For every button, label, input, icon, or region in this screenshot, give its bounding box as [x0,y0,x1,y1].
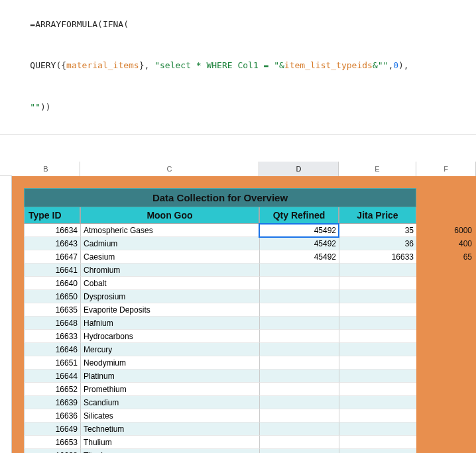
cell-price[interactable] [339,343,416,356]
cell-typeid[interactable]: 16649 [24,423,80,436]
col-header-b[interactable]: B [12,162,80,176]
cell-qty[interactable] [259,277,339,290]
header-jita-price[interactable]: Jita Price [339,207,416,224]
cell-typeid[interactable]: 16640 [24,277,80,290]
cell-extra[interactable] [416,356,476,370]
cell-qty[interactable] [259,383,339,396]
cell-name[interactable]: Chromium [80,264,259,277]
cell-price[interactable] [339,317,416,330]
header-qty-refined[interactable]: Qty Refined [259,207,339,224]
cell-name[interactable]: Platinum [80,370,259,383]
cell-typeid[interactable]: 16646 [24,343,80,356]
cell-name[interactable]: Hafnium [80,317,259,330]
cell-price[interactable] [339,264,416,277]
cell-name[interactable]: Technetium [80,423,259,436]
cell-typeid[interactable]: 16651 [24,356,80,370]
cell-qty[interactable]: 45492 [259,224,339,237]
cell-price[interactable]: 36 [339,237,416,250]
col-header-f[interactable]: F [416,162,476,176]
cell-name[interactable]: Titanium [80,449,259,453]
col-header-e[interactable]: E [339,162,416,176]
header-moon-goo[interactable]: Moon Goo [80,207,259,224]
cell-qty[interactable] [259,317,339,330]
cell-qty[interactable] [259,290,339,303]
cell-typeid[interactable]: 16650 [24,290,80,303]
cell-extra[interactable] [416,343,476,356]
header-typeid[interactable]: Type ID [24,207,80,224]
cell-extra[interactable] [416,264,476,277]
cell-price[interactable] [339,290,416,303]
cell-typeid[interactable]: 16636 [24,409,80,423]
sheet-body[interactable]: Data Collection for Overview Type ID Moo… [12,176,476,453]
cell-extra[interactable] [416,383,476,396]
cell-extra[interactable] [416,409,476,423]
cell-price[interactable] [339,436,416,449]
cell-extra[interactable] [416,396,476,409]
cell-extra[interactable] [416,290,476,303]
cell-qty[interactable] [259,356,339,370]
cell-qty[interactable]: 45492 [259,250,339,264]
cell-name[interactable]: Evaporite Deposits [80,303,259,317]
cell-name[interactable]: Promethium [80,383,259,396]
cell-qty[interactable] [259,449,339,453]
cell-typeid[interactable]: 16644 [24,370,80,383]
cell-name[interactable]: Hydrocarbons [80,330,259,343]
cell-qty[interactable] [259,303,339,317]
cell-name[interactable]: Cadmium [80,237,259,250]
cell-typeid[interactable]: 16652 [24,383,80,396]
cell-typeid[interactable]: 16648 [24,317,80,330]
cell-extra[interactable]: 65 [416,250,476,264]
cell-extra[interactable] [416,423,476,436]
cell-qty[interactable] [259,343,339,356]
cell-typeid[interactable]: 16653 [24,436,80,449]
cell-extra[interactable]: 400 [416,237,476,250]
col-header-c[interactable]: C [80,162,259,176]
cell-typeid[interactable]: 16643 [24,237,80,250]
cell-name[interactable]: Mercury [80,343,259,356]
cell-price[interactable] [339,449,416,453]
cell-name[interactable]: Atmospheric Gases [80,224,259,237]
cell-price[interactable] [339,330,416,343]
cell-name[interactable]: Caesium [80,250,259,264]
cell-qty[interactable] [259,423,339,436]
cell-extra[interactable] [416,330,476,343]
cell-price[interactable]: 35 [339,224,416,237]
cell-name[interactable]: Neodymium [80,356,259,370]
cell-qty[interactable] [259,370,339,383]
cell-extra[interactable]: 6000 [416,224,476,237]
cell-typeid[interactable]: 16647 [24,250,80,264]
cell-price[interactable] [339,303,416,317]
cell-typeid[interactable]: 16639 [24,396,80,409]
cell-name[interactable]: Thulium [80,436,259,449]
cell-typeid[interactable]: 16635 [24,303,80,317]
cell-price[interactable] [339,423,416,436]
cell-qty[interactable] [259,436,339,449]
cell-typeid[interactable]: 16634 [24,224,80,237]
cell-name[interactable]: Silicates [80,409,259,423]
cell-price[interactable]: 16633 [339,250,416,264]
cell-qty[interactable] [259,330,339,343]
cell-extra[interactable] [416,303,476,317]
col-header-d[interactable]: D [259,162,339,176]
cell-price[interactable] [339,409,416,423]
cell-qty[interactable] [259,264,339,277]
cell-price[interactable] [339,356,416,370]
cell-extra[interactable] [416,449,476,453]
cell-name[interactable]: Cobalt [80,277,259,290]
cell-price[interactable] [339,396,416,409]
cell-extra[interactable] [416,277,476,290]
cell-price[interactable] [339,370,416,383]
cell-extra[interactable] [416,370,476,383]
formula-bar[interactable]: =ARRAYFORMULA(IFNA( QUERY({material_item… [0,0,476,135]
cell-typeid[interactable]: 16641 [24,264,80,277]
cell-extra[interactable] [416,317,476,330]
cell-extra[interactable] [416,436,476,449]
cell-price[interactable] [339,277,416,290]
cell-qty[interactable] [259,396,339,409]
cell-qty[interactable] [259,409,339,423]
cell-typeid[interactable]: 16638 [24,449,80,453]
cell-name[interactable]: Scandium [80,396,259,409]
cell-name[interactable]: Dysprosium [80,290,259,303]
cell-price[interactable] [339,383,416,396]
cell-typeid[interactable]: 16633 [24,330,80,343]
